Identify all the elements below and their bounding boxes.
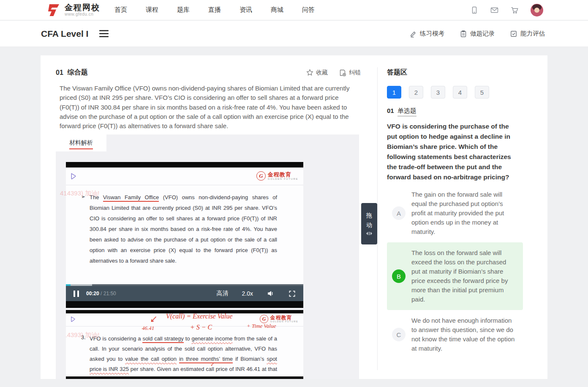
question-group-type: 综合题	[68, 68, 88, 77]
question-number-5[interactable]: 5	[475, 86, 489, 99]
speed-button[interactable]: 2.0x	[242, 290, 253, 297]
brand-site: www.gfedu.cn	[65, 12, 100, 16]
video-player-1[interactable]: G 金程教育 GOLDEN FUTURE 414393) 加油! ➢ The V…	[66, 162, 303, 308]
mobile-app-icon[interactable]	[470, 6, 479, 14]
option-c[interactable]: C We do not have enough information to a…	[387, 316, 523, 353]
current-question-index: 01	[387, 107, 394, 114]
progress-played	[66, 284, 71, 286]
question-number-4[interactable]: 4	[453, 86, 467, 99]
volume-icon[interactable]	[267, 290, 275, 297]
seal-icon: G	[256, 171, 266, 181]
pause-button[interactable]	[74, 291, 79, 297]
tab-active-indicator	[69, 148, 93, 149]
question-passage: The Viswan Family Office (VFO) owns non-…	[60, 84, 353, 131]
ability-eval-button[interactable]: 能力评估	[510, 30, 545, 38]
options-list: A The gain on the forward sale will equa…	[387, 190, 523, 353]
error-doc-icon	[339, 69, 346, 77]
quality-button[interactable]: 高清	[217, 290, 229, 297]
player-brand-icon	[70, 316, 76, 322]
brand-name: 金程网校	[65, 3, 100, 12]
video-time: 00:20 / 21:50	[86, 291, 116, 296]
check-square-icon	[510, 30, 517, 38]
slide-1-text: The Viswan Family Office (VFO) owns non-…	[90, 192, 277, 266]
answer-area-title: 答题区	[387, 68, 407, 77]
watermark: 414393) 加油!	[66, 331, 99, 339]
handwriting-check: ✓	[210, 360, 215, 370]
mail-icon[interactable]	[490, 6, 499, 14]
video-letterbox	[66, 376, 303, 379]
answer-panel: 答题区 1 2 3 4 5 01 单选题 VFO is considering …	[387, 55, 547, 379]
drag-handle[interactable]: 拖 动	[361, 203, 377, 244]
watermark: 414393) 加油!	[60, 189, 99, 198]
star-icon	[306, 69, 313, 76]
gfedu-slide-logo: G 金程教育 GOLDEN FUTURE	[256, 171, 298, 181]
brand-logo-icon	[46, 3, 61, 17]
video-letterbox	[66, 301, 303, 308]
material-panel: 材料解析 G	[56, 134, 359, 379]
handwriting-time-value: + Time Value	[247, 323, 276, 329]
answer-record-button[interactable]: 做题记录	[460, 30, 495, 38]
clipboard-icon	[460, 30, 467, 38]
fullscreen-icon[interactable]	[289, 290, 296, 297]
course-header: CFA Level I 练习模考 做题记录	[0, 21, 588, 47]
main-nav: 首页 课程 题库 直播 资讯 商城 问答	[114, 6, 315, 14]
top-navbar: 金程网校 www.gfedu.cn 首页 课程 题库 直播 资讯 商城 问答	[0, 0, 588, 20]
nav-item-question-bank[interactable]: 题库	[177, 6, 190, 14]
player-brand-icon	[70, 173, 76, 180]
option-a[interactable]: A The gain on the forward sale will equa…	[387, 190, 523, 236]
drag-arrows-icon	[366, 231, 373, 236]
current-question-type: 单选题	[397, 107, 416, 116]
brand-logo[interactable]: 金程网校 www.gfedu.cn	[46, 3, 100, 17]
nav-item-qa[interactable]: 问答	[302, 6, 315, 14]
option-b-badge: B	[392, 269, 406, 283]
pencil-icon	[409, 30, 417, 38]
main-card: 01 综合题 收藏	[41, 55, 547, 379]
handwriting-price: 46.41	[142, 325, 154, 332]
page: 金程网校 www.gfedu.cn 首页 课程 题库 直播 资讯 商城 问答	[0, 0, 588, 387]
handwriting-formula: V(call) = Exercise Value	[166, 313, 232, 320]
video-player-2[interactable]: G 金程教育 GOLDEN FUTURE 414393) 加油! ↙ V(cal…	[66, 310, 303, 379]
gfedu-slide-logo: G 金程教育 GOLDEN FUTURE	[260, 315, 298, 323]
avatar[interactable]	[531, 4, 543, 16]
handwritten-underline: Viswan Family Office	[103, 194, 159, 202]
option-b[interactable]: B The loss on the forward sale will exce…	[387, 242, 523, 310]
report-error-button[interactable]: 纠错	[339, 69, 361, 77]
tab-material-analysis[interactable]: 材料解析	[56, 134, 106, 151]
video-progress-bar[interactable]	[66, 284, 303, 286]
nav-item-mall[interactable]: 商城	[271, 6, 283, 14]
question-number-2[interactable]: 2	[409, 86, 423, 99]
handwriting-arrow: ↙	[149, 313, 157, 324]
question-number-nav: 1 2 3 4 5	[387, 86, 489, 99]
panel-divider	[377, 67, 378, 370]
option-c-badge: C	[392, 328, 406, 341]
practice-mock-button[interactable]: 练习模考	[409, 30, 444, 38]
nav-item-courses[interactable]: 课程	[146, 6, 158, 14]
slide-2: G 金程教育 GOLDEN FUTURE 414393) 加油! ↙ V(cal…	[66, 313, 303, 379]
nav-item-news[interactable]: 资讯	[240, 6, 252, 14]
video-controls: 00:20 / 21:50 高清 2.0x	[66, 286, 303, 301]
slide-1: G 金程教育 GOLDEN FUTURE 414393) 加油! ➢ The V…	[66, 167, 303, 284]
nav-item-live[interactable]: 直播	[208, 6, 221, 14]
video-letterbox	[66, 162, 303, 167]
nav-item-home[interactable]: 首页	[114, 6, 127, 14]
option-a-badge: A	[392, 206, 406, 220]
seal-icon: G	[260, 315, 268, 323]
favorite-button[interactable]: 收藏	[306, 69, 328, 77]
question-number-3[interactable]: 3	[431, 86, 445, 99]
question-number-1[interactable]: 1	[387, 86, 401, 99]
current-question-text: VFO is considering the purchase of the p…	[387, 121, 520, 182]
question-group-index: 01	[56, 69, 63, 77]
cart-icon[interactable]	[510, 6, 519, 14]
slide-2-text: VFO is considering a sold call strategy …	[90, 334, 277, 379]
course-title: CFA Level I	[41, 29, 88, 39]
menu-icon[interactable]	[99, 30, 109, 37]
handwriting-s-minus-c: + S − C	[190, 324, 212, 331]
